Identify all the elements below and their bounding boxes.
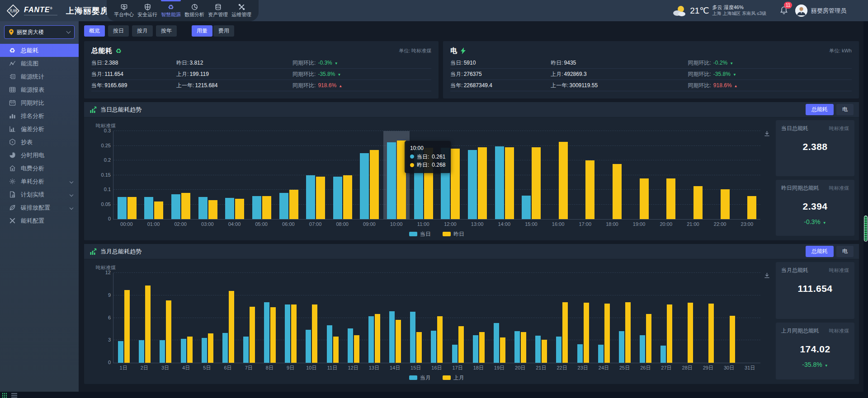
daily-total-energy-button[interactable]: 总能耗	[806, 104, 834, 115]
bar-当日-10:00[interactable]	[387, 142, 396, 219]
bar-昨日-22:00[interactable]	[721, 189, 730, 219]
bar-group-06:00[interactable]	[275, 131, 302, 219]
bar-group-9日[interactable]	[280, 273, 301, 363]
bar-group-14:00[interactable]	[491, 131, 518, 219]
bar-group-22日[interactable]	[552, 273, 572, 363]
bar-当日-05:00[interactable]	[252, 196, 261, 219]
tab-usage[interactable]: 用量	[192, 25, 212, 37]
bar-group-07:00[interactable]	[302, 131, 329, 219]
bar-当月-4日[interactable]	[181, 339, 186, 363]
bar-当日-07:00[interactable]	[306, 175, 315, 220]
bar-当日-01:00[interactable]	[144, 197, 153, 219]
bar-当日-06:00[interactable]	[279, 193, 288, 220]
bar-group-17:00[interactable]	[572, 131, 599, 219]
bar-当日-04:00[interactable]	[225, 198, 234, 219]
bar-当月-11日[interactable]	[327, 325, 332, 363]
nav-platform-center[interactable]: 平台中心	[112, 0, 136, 21]
bar-上月-8日[interactable]	[270, 307, 276, 363]
sidebar-item-plan-actual[interactable]: 计划实绩	[0, 188, 79, 201]
sidebar-item-carbon-config[interactable]: 碳排放配置	[0, 201, 79, 214]
bar-当月-23日[interactable]	[577, 344, 583, 363]
nav-smart-energy[interactable]: ♻ 智慧能源	[159, 0, 183, 21]
user-menu[interactable]: 丽婴房管理员	[795, 5, 846, 17]
bar-group-19:00[interactable]	[626, 131, 653, 219]
bar-group-6日[interactable]	[218, 273, 239, 363]
bar-昨日-15:00[interactable]	[532, 147, 541, 219]
bar-上月-27日[interactable]	[667, 304, 672, 363]
bar-上月-6日[interactable]	[229, 291, 234, 363]
sidebar-item-energy-stats[interactable]: 能源统计	[0, 70, 79, 83]
bar-当月-15日[interactable]	[410, 312, 415, 363]
bar-group-25日[interactable]	[614, 273, 635, 363]
legend-昨日[interactable]: 昨日	[443, 230, 464, 238]
bar-昨日-03:00[interactable]	[208, 200, 217, 219]
tab-by-day[interactable]: 按日	[108, 25, 129, 37]
bar-当月-7日[interactable]	[243, 337, 249, 363]
bar-上月-29日[interactable]	[708, 304, 714, 363]
bar-当月-14日[interactable]	[389, 311, 395, 363]
bar-上月-3日[interactable]	[166, 300, 171, 363]
tab-by-month[interactable]: 按月	[132, 25, 153, 37]
bar-group-21:00[interactable]	[679, 131, 707, 219]
bar-昨日-17:00[interactable]	[585, 160, 594, 219]
bar-group-02:00[interactable]	[167, 131, 194, 219]
sidebar-item-deviation[interactable]: 偏差分析	[0, 122, 79, 136]
bar-昨日-07:00[interactable]	[316, 177, 325, 219]
bar-group-04:00[interactable]	[222, 131, 249, 219]
bar-当月-1日[interactable]	[118, 341, 123, 363]
bar-当日-09:00[interactable]	[360, 153, 369, 219]
bar-昨日-09:00[interactable]	[370, 150, 379, 219]
bar-group-15:00[interactable]	[518, 131, 545, 219]
bar-group-16:00[interactable]	[545, 131, 572, 219]
bar-group-4日[interactable]	[176, 273, 197, 363]
bar-group-29日[interactable]	[698, 273, 718, 363]
bar-group-5日[interactable]	[197, 273, 218, 363]
bar-group-23日[interactable]	[572, 273, 593, 363]
bar-上月-13日[interactable]	[375, 314, 380, 363]
bar-当月-5日[interactable]	[202, 338, 207, 363]
download-icon[interactable]	[764, 272, 770, 280]
bar-上月-10日[interactable]	[312, 304, 317, 363]
bar-group-27日[interactable]	[656, 273, 677, 363]
bar-当月-18日[interactable]	[473, 335, 478, 363]
daily-electricity-button[interactable]: 电	[836, 104, 854, 115]
bar-当月-27日[interactable]	[660, 346, 666, 363]
bar-group-19日[interactable]	[489, 273, 510, 363]
bar-昨日-23:00[interactable]	[747, 196, 756, 219]
sidebar-item-ranking[interactable]: 排名分析	[0, 109, 79, 122]
bar-group-7日[interactable]	[239, 273, 259, 363]
bar-上月-1日[interactable]	[124, 290, 130, 363]
bar-当月-20日[interactable]	[514, 331, 520, 363]
sidebar-item-energy-flow[interactable]: 能流图	[0, 57, 79, 70]
bar-当月-13日[interactable]	[368, 316, 374, 363]
bar-当日-03:00[interactable]	[198, 197, 208, 219]
bar-当日-13:00[interactable]	[468, 150, 477, 219]
bar-group-12日[interactable]	[343, 273, 364, 363]
sidebar-item-total-energy[interactable]: ♻ 总能耗	[0, 44, 79, 57]
bar-上月-5日[interactable]	[208, 333, 213, 363]
bar-group-1日[interactable]	[113, 273, 134, 363]
bar-当日-14:00[interactable]	[495, 146, 504, 219]
bar-group-22:00[interactable]	[707, 131, 734, 219]
bar-group-13:00[interactable]	[464, 131, 491, 219]
bar-昨日-00:00[interactable]	[127, 197, 137, 219]
sidebar-item-unit-consumption[interactable]: 单耗分析	[0, 175, 79, 188]
building-selector[interactable]: 丽婴房大楼	[4, 25, 75, 39]
list-menu-icon[interactable]	[11, 393, 17, 398]
bar-group-26日[interactable]	[635, 273, 656, 363]
bar-昨日-06:00[interactable]	[289, 190, 298, 219]
bar-当月-8日[interactable]	[264, 302, 269, 363]
bar-当月-16日[interactable]	[431, 331, 436, 363]
bar-group-00:00[interactable]	[113, 131, 141, 219]
bar-group-20:00[interactable]	[653, 131, 680, 219]
bar-当月-24日[interactable]	[598, 345, 604, 363]
bar-上月-12日[interactable]	[354, 335, 359, 363]
bar-group-18日[interactable]	[468, 273, 489, 363]
tab-cost[interactable]: 费用	[213, 25, 234, 37]
bar-上月-21日[interactable]	[542, 340, 547, 363]
bar-上月-30日[interactable]	[730, 316, 735, 363]
bar-group-01:00[interactable]	[141, 131, 168, 219]
bar-当日-00:00[interactable]	[118, 197, 127, 219]
bar-group-15日[interactable]	[406, 273, 426, 363]
bar-上月-28日[interactable]	[688, 303, 693, 363]
